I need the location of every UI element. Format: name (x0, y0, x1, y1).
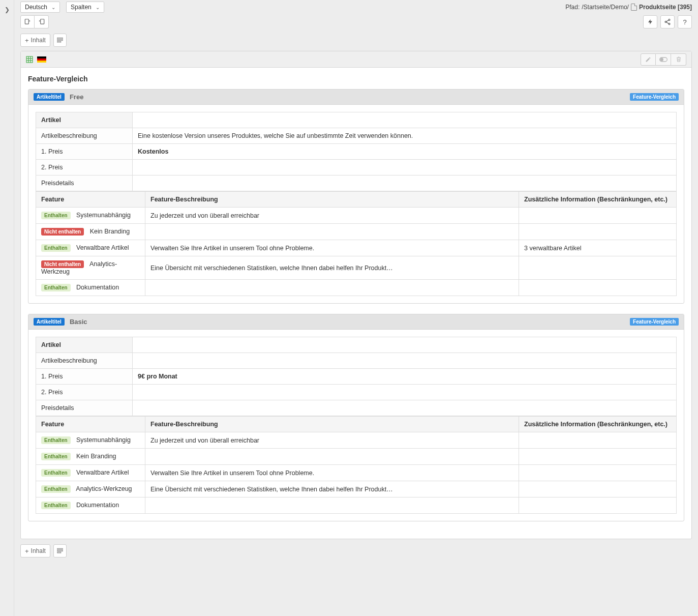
th-feature: Feature (36, 417, 145, 432)
path-value: /Startseite/Demo/ (582, 4, 629, 11)
svg-rect-10 (26, 56, 33, 63)
article-block: ArtikeltitelFreeFeature-VergleichArtikel… (28, 89, 684, 304)
article-title: Basic (70, 318, 87, 326)
plus-icon: + (25, 547, 29, 555)
badge-artikeltitel: Artikeltitel (34, 93, 65, 101)
tag-included: Enthalten (41, 244, 71, 252)
svg-rect-8 (57, 40, 63, 41)
badge-artikeltitel: Artikeltitel (34, 318, 65, 326)
svg-line-6 (666, 22, 669, 24)
cell-label: 2. Preis (36, 160, 133, 175)
svg-rect-15 (37, 56, 46, 58)
view-value: Spalten (71, 4, 92, 11)
feature-desc-cell: Zu jederzeit und von überall erreichbar (145, 432, 519, 449)
cell-label: Artikel (36, 337, 133, 353)
content-panel: Feature-Vergleich ArtikeltitelFreeFeatur… (20, 51, 692, 539)
feature-extra-cell (519, 208, 677, 224)
top-bar: Deutsch ⌄ Spalten ⌄ Pfad: /Startseite/De… (14, 0, 698, 14)
feature-extra-cell (519, 432, 677, 449)
feature-row: Enthalten SystemunabhängigZu jederzeit u… (36, 208, 677, 224)
share-button[interactable] (660, 15, 675, 28)
feature-desc-cell (145, 280, 519, 296)
feature-row: Enthalten Verwaltbare ArtikelVerwalten S… (36, 465, 677, 481)
cell-value (133, 337, 677, 353)
feature-name-cell: Enthalten Kein Branding (36, 449, 145, 465)
th-feature-desc: Feature-Beschreibung (145, 192, 519, 208)
svg-rect-20 (57, 548, 63, 549)
cell-label: 2. Preis (36, 385, 133, 400)
svg-rect-9 (57, 41, 61, 42)
cell-label: Artikelbeschreibung (36, 128, 133, 144)
language-select[interactable]: Deutsch ⌄ (20, 2, 60, 13)
feature-table: FeatureFeature-BeschreibungZusätzliche I… (36, 191, 677, 296)
feature-desc-cell (145, 224, 519, 240)
tag-not-included: Nicht enthalten (41, 260, 84, 268)
add-content-label: Inhalt (31, 37, 46, 44)
cell-value (133, 175, 677, 191)
svg-rect-0 (25, 19, 28, 24)
feature-row: Enthalten SystemunabhängigZu jederzeit u… (36, 432, 677, 449)
feature-extra-cell (519, 497, 677, 514)
cell-label: 1. Preis (36, 144, 133, 160)
cell-value (133, 112, 677, 128)
feature-desc-cell (145, 497, 519, 514)
cache-button[interactable] (643, 15, 657, 28)
badge-feature-vergleich: Feature-Vergleich (630, 318, 679, 326)
article-info-table: ArtikelArtikelbeschreibung1. Preis9€ pro… (36, 337, 677, 416)
add-content-button-bottom[interactable]: + Inhalt (20, 544, 50, 558)
tag-included: Enthalten (41, 469, 71, 477)
tag-included: Enthalten (41, 284, 71, 291)
svg-rect-16 (37, 58, 46, 61)
edit-button-top[interactable] (53, 34, 67, 47)
svg-rect-7 (57, 38, 63, 39)
feature-name-cell: Enthalten Systemunabhängig (36, 432, 145, 449)
feature-name-cell: Enthalten Dokumentation (36, 497, 145, 514)
delete-panel-button[interactable] (671, 53, 686, 66)
svg-rect-17 (37, 61, 46, 63)
feature-name-cell: Enthalten Verwaltbare Artikel (36, 240, 145, 256)
chevron-down-icon: ⌄ (51, 5, 55, 10)
language-value: Deutsch (25, 4, 47, 11)
article-info-table: ArtikelArtikelbeschreibungEine kostenlos… (36, 112, 677, 191)
feature-extra-cell (519, 465, 677, 481)
view-mode-2-button[interactable] (35, 15, 49, 28)
add-content-button-top[interactable]: + Inhalt (20, 34, 50, 47)
feature-row: Nicht enthalten Kein Branding (36, 224, 677, 240)
help-button[interactable]: ? (678, 15, 692, 28)
th-extra: Zusätzliche Information (Beschränkungen,… (519, 417, 677, 432)
feature-extra-cell (519, 280, 677, 296)
feature-extra-cell (519, 256, 677, 280)
feature-row: Enthalten Dokumentation (36, 497, 677, 514)
feature-desc-cell: Zu jederzeit und von überall erreichbar (145, 208, 519, 224)
cell-value: 9€ pro Monat (133, 369, 677, 385)
feature-desc-cell: Verwalten Sie Ihre Artikel in unserem To… (145, 465, 519, 481)
svg-point-19 (660, 58, 663, 61)
grid-icon (26, 56, 33, 63)
cell-value (133, 385, 677, 400)
view-mode-1-button[interactable] (20, 15, 35, 28)
edit-button-bottom[interactable] (53, 544, 67, 558)
edit-panel-button[interactable] (641, 53, 656, 66)
feature-desc-cell: Verwalten Sie Ihre Artikel in unserem To… (145, 240, 519, 256)
article-body: ArtikelArtikelbeschreibung1. Preis9€ pro… (28, 330, 684, 521)
cell-value: Eine kostenlose Version unseres Produkte… (133, 128, 677, 144)
article-body: ArtikelArtikelbeschreibungEine kostenlos… (28, 105, 684, 303)
feature-desc-cell (145, 449, 519, 465)
toggle-panel-button[interactable] (656, 53, 671, 66)
cell-label: Artikelbeschreibung (36, 353, 133, 369)
document-icon (631, 4, 637, 11)
feature-name-cell: Enthalten Dokumentation (36, 280, 145, 296)
feature-desc-cell: Eine Übersicht mit verschiedenen Statist… (145, 481, 519, 497)
view-select[interactable]: Spalten ⌄ (66, 2, 104, 13)
tag-included: Enthalten (41, 453, 71, 460)
add-content-label: Inhalt (31, 547, 46, 554)
cell-label: Preisdetails (36, 175, 133, 191)
expand-sidebar-icon[interactable]: ❯ (5, 6, 10, 13)
breadcrumb: Pfad: /Startseite/Demo/ Produktseite [39… (565, 4, 692, 11)
plus-icon: + (25, 37, 29, 44)
feature-extra-cell (519, 224, 677, 240)
cell-value (133, 400, 677, 416)
feature-row: Nicht enthalten Analytics-WerkzeugEine Ü… (36, 256, 677, 280)
article-head: ArtikeltitelFreeFeature-Vergleich (28, 90, 684, 105)
cell-label: Artikel (36, 112, 133, 128)
